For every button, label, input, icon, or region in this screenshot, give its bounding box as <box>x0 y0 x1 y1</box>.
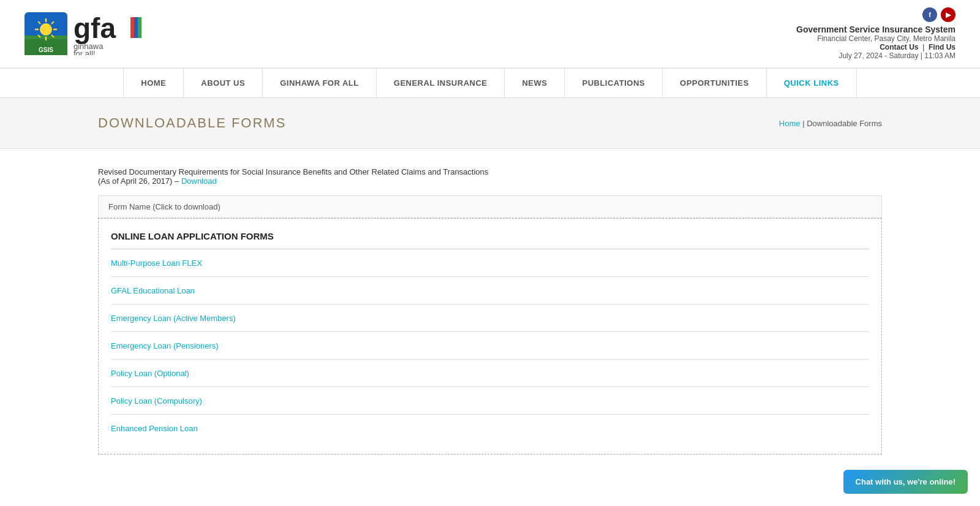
svg-rect-15 <box>134 17 138 38</box>
find-us-link[interactable]: Find Us <box>929 43 956 51</box>
svg-point-3 <box>40 23 52 36</box>
gsis-logo: GSIS <box>24 12 67 55</box>
section-title-online-loans: ONLINE LOAN APPLICATION FORMS <box>111 231 869 249</box>
svg-rect-16 <box>138 17 141 38</box>
form-link-gfal-edu[interactable]: GFAL Educational Loan <box>111 286 195 295</box>
form-link-policy-compulsory[interactable]: Policy Loan (Compulsory) <box>111 396 202 406</box>
revised-notice-line1: Revised Documentary Requirements for Soc… <box>98 167 882 176</box>
header-right: f ▶ Government Service Insurance System … <box>796 7 956 60</box>
nav-publications[interactable]: PUBLICATIONS <box>565 69 663 97</box>
list-item: Emergency Loan (Pensioners) <box>111 332 869 360</box>
breadcrumb-home-link[interactable]: Home <box>779 119 801 128</box>
org-name: Government Service Insurance System <box>796 25 956 34</box>
form-link-emergency-active[interactable]: Emergency Loan (Active Members) <box>111 314 236 323</box>
main-navbar: HOME ABOUT US GINHAWA FOR ALL GENERAL IN… <box>0 68 980 98</box>
svg-text:for all!: for all! <box>74 49 95 55</box>
gfa-logo: gfa ginhawa for all! <box>74 12 153 55</box>
nav-about-us[interactable]: ABOUT US <box>184 69 263 97</box>
nav-general-insurance[interactable]: GENERAL INSURANCE <box>377 69 505 97</box>
revised-notice-line2: (As of April 26, 2017) – Download <box>98 176 882 186</box>
page-title: DOWNLOADABLE FORMS <box>98 115 286 131</box>
download-link[interactable]: Download <box>181 176 217 186</box>
site-header: GSIS gfa ginhawa for all! f ▶ Government… <box>0 0 980 68</box>
list-item: Enhanced Pension Loan <box>111 415 869 442</box>
page-header-section: DOWNLOADABLE FORMS Home | Downloadable F… <box>0 98 980 149</box>
list-item: GFAL Educational Loan <box>111 277 869 304</box>
list-item: Policy Loan (Compulsory) <box>111 387 869 415</box>
form-link-enhanced-pension[interactable]: Enhanced Pension Loan <box>111 424 198 433</box>
nav-opportunities[interactable]: OPPORTUNITIES <box>663 69 767 97</box>
nav-quick-links[interactable]: QUICK LINKS <box>767 69 857 97</box>
datetime-display: July 27, 2024 - Saturday | 11:03 AM <box>796 51 956 60</box>
list-item: Emergency Loan (Active Members) <box>111 304 869 332</box>
contact-links: Contact Us | Find Us <box>796 43 956 51</box>
nav-news[interactable]: NEWS <box>505 69 565 97</box>
revised-notice: Revised Documentary Requirements for Soc… <box>98 167 882 186</box>
org-address: Financial Center, Pasay City, Metro Mani… <box>796 34 956 43</box>
svg-rect-14 <box>130 17 134 38</box>
nav-home[interactable]: HOME <box>123 69 184 97</box>
nav-ginhawa[interactable]: GINHAWA FOR ALL <box>263 69 377 97</box>
list-item: Policy Loan (Optional) <box>111 360 869 387</box>
breadcrumb: Home | Downloadable Forms <box>779 119 882 128</box>
logo-area: GSIS gfa ginhawa for all! <box>24 12 153 55</box>
contact-us-link[interactable]: Contact Us <box>880 43 918 51</box>
form-link-emergency-pensioners[interactable]: Emergency Loan (Pensioners) <box>111 341 219 350</box>
form-link-mpl-flex[interactable]: Multi-Purpose Loan FLEX <box>111 259 202 268</box>
svg-text:GSIS: GSIS <box>39 47 53 53</box>
youtube-icon[interactable]: ▶ <box>941 7 956 22</box>
breadcrumb-current: Downloadable Forms <box>807 119 882 128</box>
online-loan-forms-section: ONLINE LOAN APPLICATION FORMS Multi-Purp… <box>98 218 882 455</box>
main-content: Revised Documentary Requirements for Soc… <box>0 149 980 473</box>
list-item: Multi-Purpose Loan FLEX <box>111 249 869 277</box>
form-table-header: Form Name (Click to download) <box>98 195 882 218</box>
form-link-policy-optional[interactable]: Policy Loan (Optional) <box>111 369 189 378</box>
facebook-icon[interactable]: f <box>922 7 937 22</box>
svg-text:gfa: gfa <box>74 12 116 44</box>
chat-widget[interactable]: Chat with us, we're online! <box>843 470 968 473</box>
